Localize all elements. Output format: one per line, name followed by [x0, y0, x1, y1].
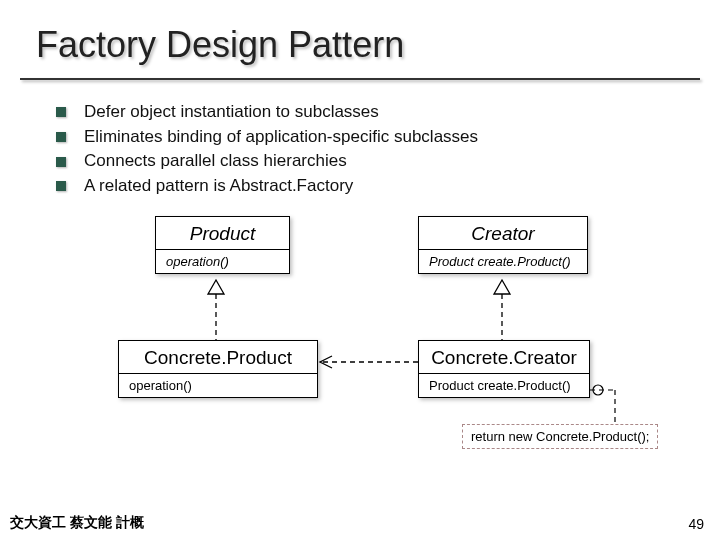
uml-class-name: Product [156, 217, 289, 250]
uml-note: return new Concrete.Product(); [462, 424, 658, 449]
bullet-icon [56, 157, 66, 167]
uml-class-name: Concrete.Product [119, 341, 317, 374]
uml-operation: Product create.Product() [419, 374, 589, 397]
title-underline [20, 78, 700, 80]
list-item: A related pattern is Abstract.Factory [56, 174, 478, 199]
uml-class-concrete-creator: Concrete.Creator Product create.Product(… [418, 340, 590, 398]
bullet-text: Eliminates binding of application-specif… [84, 125, 478, 150]
uml-diagram: Product operation() Creator Product crea… [0, 210, 720, 490]
bullet-text: Defer object instantiation to subclasses [84, 100, 379, 125]
bullet-list: Defer object instantiation to subclasses… [56, 100, 478, 199]
uml-class-creator: Creator Product create.Product() [418, 216, 588, 274]
uml-class-concrete-product: Concrete.Product operation() [118, 340, 318, 398]
uml-class-name: Concrete.Creator [419, 341, 589, 374]
note-text: return new Concrete.Product(); [471, 429, 649, 444]
uml-class-product: Product operation() [155, 216, 290, 274]
slide-number: 49 [688, 516, 704, 532]
list-item: Defer object instantiation to subclasses [56, 100, 478, 125]
bullet-icon [56, 132, 66, 142]
list-item: Eliminates binding of application-specif… [56, 125, 478, 150]
slide-title: Factory Design Pattern [0, 0, 720, 66]
footer-author: 交大資工 蔡文能 計概 [10, 514, 144, 532]
uml-operation: operation() [119, 374, 317, 397]
svg-marker-2 [494, 280, 510, 294]
list-item: Connects parallel class hierarchies [56, 149, 478, 174]
uml-class-name: Creator [419, 217, 587, 250]
svg-point-5 [593, 385, 603, 395]
bullet-icon [56, 181, 66, 191]
uml-operation: Product create.Product() [419, 250, 587, 273]
svg-marker-0 [208, 280, 224, 294]
bullet-text: Connects parallel class hierarchies [84, 149, 347, 174]
bullet-icon [56, 107, 66, 117]
bullet-text: A related pattern is Abstract.Factory [84, 174, 353, 199]
uml-operation: operation() [156, 250, 289, 273]
